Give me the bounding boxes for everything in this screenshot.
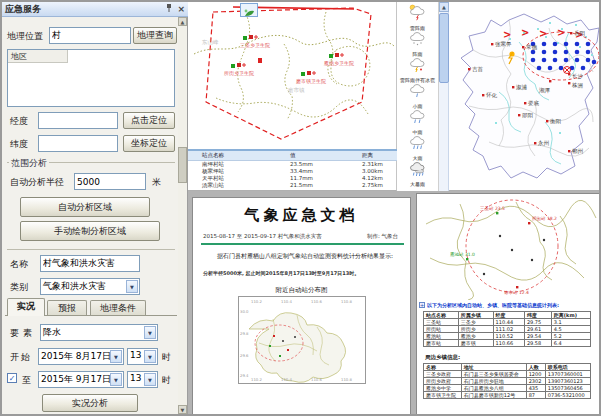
chevron-down-icon[interactable]: ▼: [126, 280, 138, 293]
type-value: 气象和洪水灾害: [43, 281, 106, 291]
station-table[interactable]: 站点名称 值 距离 南坪村站23.5mm2.31km 杨家坪站33.4mm3.0…: [188, 149, 397, 191]
start-date-select[interactable]: 2015年 8月17日 ▼: [38, 348, 124, 365]
shower-icon: [408, 30, 428, 47]
chevron-down-icon[interactable]: ▼: [144, 350, 156, 363]
name-input[interactable]: [40, 255, 140, 272]
document-paragraph: 据石门县村雁栖山八组定制气象站自动监测资料统计分析结果显示:: [205, 252, 401, 260]
document-meta-right: 制作: 气象台: [367, 233, 398, 240]
report-document-page[interactable]: 三圣站 23.5 所街站 18.2 雁池站 31.0 磨市站 12.4 + 以下…: [416, 193, 601, 416]
station-table-header: 站点名称 值 距离: [188, 151, 397, 161]
tab-live[interactable]: 实况: [7, 298, 45, 316]
scrollbar-thumb[interactable]: [178, 147, 187, 183]
station-label: 所街乡卫生院: [224, 70, 254, 77]
figure-county-shapes: [249, 313, 346, 383]
section-title: 周边乡镇信息:: [425, 354, 460, 361]
emergency-service-panel: 应急服务 × 地理位置 地理查询 地区 经度 点击定位 纬度 坐标定位 范围分析…: [2, 2, 188, 414]
table-row[interactable]: 南坪村站23.5mm2.31km: [188, 161, 397, 168]
scroll-up-icon[interactable]: ▲: [439, 2, 449, 12]
start-label: 开始: [10, 351, 32, 364]
divider: [7, 249, 175, 250]
svg-text:岳阳: 岳阳: [574, 30, 585, 37]
chevron-down-icon[interactable]: ▼: [110, 373, 122, 386]
latitude-label: 纬度: [10, 138, 28, 151]
scroll-down-icon[interactable]: ▼: [178, 405, 187, 414]
svg-text:>: >: [521, 27, 529, 38]
scroll-up-icon[interactable]: ▲: [178, 17, 187, 26]
station-stat-table: 站点名称所属乡镇经度纬度距离(km) 三圣站三圣乡110.4429.753.1 …: [423, 311, 591, 347]
manual-area-button[interactable]: 手动绘制分析区域: [20, 221, 160, 241]
chevron-down-icon[interactable]: ▼: [144, 326, 156, 339]
type-select[interactable]: 气象和洪水灾害 ▼: [40, 278, 140, 295]
svg-text:110.4: 110.4: [281, 299, 292, 304]
map-scrollbar[interactable]: ▲: [439, 2, 449, 191]
document-area: 气象应急文档 2015-08-17 至 2015-09-17 村气象和洪水灾害 …: [188, 191, 601, 416]
name-label: 名称: [10, 258, 28, 271]
element-select[interactable]: 降水 ▼: [40, 324, 158, 341]
geo-query-button[interactable]: 地理查询: [133, 27, 177, 44]
province-map[interactable]: >>>>> 张家界 岳阳 常德 吉首 怀化 溆浦: [449, 2, 601, 190]
scrollbar-thumb[interactable]: [439, 13, 449, 83]
chevron-down-icon[interactable]: ▼: [144, 373, 156, 386]
place-label: 磨市镇: [288, 87, 305, 94]
geo-input[interactable]: [49, 27, 131, 44]
table-row: 磨市站磨市镇110.6629.586.4: [424, 340, 591, 347]
svg-text:湘潭: 湘潭: [539, 87, 551, 94]
anchor-icon[interactable]: +: [419, 302, 425, 308]
geo-result-list[interactable]: 地区: [7, 49, 175, 107]
auto-area-button[interactable]: 自动分析区域: [20, 197, 150, 217]
table-header-row: 名称地址人数联系电话: [424, 364, 591, 371]
thunder-hail-icon: [408, 56, 428, 73]
chevron-down-icon[interactable]: ▼: [110, 350, 122, 363]
col-value: 值: [290, 152, 362, 159]
end-label: 至: [22, 374, 31, 387]
map-tool-button[interactable]: [240, 3, 258, 17]
element-value: 降水: [43, 327, 61, 337]
legend-item: 小雨: [397, 82, 438, 108]
radius-input[interactable]: [74, 173, 146, 190]
document-subparagraph: 分析半径5000米, 起止时间2015年8月17日13时至9月17日13时。: [203, 270, 403, 276]
document-meta-left: 2015-08-17 至 2015-09-17 村气象和洪水灾害: [203, 233, 322, 240]
live-analysis-button[interactable]: 实况分析: [42, 394, 138, 412]
latitude-input[interactable]: [38, 135, 118, 152]
range-analysis-group: 范围分析: [7, 162, 175, 163]
station-label: 雁池乡卫生院: [324, 60, 354, 67]
emergency-document-page[interactable]: 气象应急文档 2015-08-17 至 2015-09-17 村气象和洪水灾害 …: [192, 197, 411, 415]
end-hour-select[interactable]: 13 ▼: [127, 371, 158, 388]
svg-text:长沙: 长沙: [572, 73, 584, 80]
table-row[interactable]: 天平村站11.7mm4.12km: [188, 175, 397, 182]
svg-text:29.8: 29.8: [240, 331, 249, 336]
document-title: 气象应急文档: [193, 206, 410, 225]
table-row[interactable]: 杨家坪站33.4mm3.00km: [188, 168, 397, 175]
table-row[interactable]: 汤家山站21.5mm2.75km: [188, 182, 397, 189]
svg-text:娄底: 娄底: [528, 100, 540, 106]
province-map-panel[interactable]: >>>>> 张家界 岳阳 常德 吉首 怀化 溆浦: [449, 2, 601, 191]
table-row: 三圣站三圣乡110.4429.753.1: [424, 319, 591, 326]
place-label: 东山峰: [201, 39, 219, 45]
legend-item: 中雨: [397, 108, 438, 134]
station-marker: 磨市镇卫生院: [296, 71, 326, 85]
station-marker: 三圣乡卫生院: [240, 35, 270, 49]
tab-geo-condition[interactable]: 地理条件: [90, 300, 146, 316]
end-time-checkbox[interactable]: ✓: [7, 373, 17, 383]
analysis-map[interactable]: 东山峰 磨市镇 三圣乡卫生院 所街乡卫生院 雁池乡卫生院 磨市镇卫生院: [188, 2, 397, 149]
click-locate-button[interactable]: 点击定位: [123, 112, 175, 129]
end-date-select[interactable]: 2015年 9月17日 ▼: [38, 371, 124, 388]
rainstorm-icon: [408, 160, 428, 177]
tab-forecast[interactable]: 预报: [47, 300, 87, 316]
weather-legend: 雷阵雨 阵雨 雷阵雨伴有冰雹 小雨: [397, 2, 439, 191]
pin-icon[interactable]: [165, 3, 173, 15]
left-panel-scrollbar[interactable]: ▲ ▼: [178, 17, 187, 414]
legend-item: 大雨: [397, 134, 438, 160]
start-hour-select[interactable]: 13 ▼: [127, 348, 158, 365]
svg-text:110.4: 110.4: [281, 377, 292, 382]
list-header[interactable]: 地区: [8, 50, 68, 63]
start-date-value: 2015年 8月17日: [41, 351, 111, 361]
col-station-name: 站点名称: [202, 152, 290, 159]
moderate-rain-icon: [408, 108, 428, 125]
selected-point-marker: [258, 58, 262, 63]
longitude-input[interactable]: [38, 112, 118, 129]
element-label: 要素: [10, 327, 36, 340]
coord-locate-button[interactable]: 坐标定位: [123, 135, 175, 152]
analysis-map-panel[interactable]: 东山峰 磨市镇 三圣乡卫生院 所街乡卫生院 雁池乡卫生院 磨市镇卫生院: [188, 2, 397, 191]
close-icon[interactable]: ×: [177, 5, 185, 14]
